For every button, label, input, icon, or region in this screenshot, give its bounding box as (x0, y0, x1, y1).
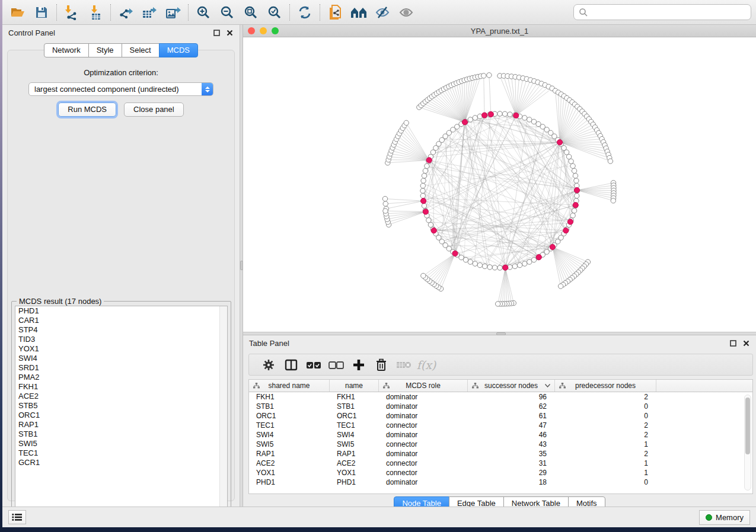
cell-successor-nodes[interactable]: 61 (468, 412, 555, 420)
graph-node-mcds[interactable] (488, 111, 493, 117)
graph-node[interactable] (575, 193, 579, 198)
zoom-fit-icon[interactable] (239, 2, 263, 23)
close-panel-icon[interactable] (742, 339, 750, 347)
graph-node-mcds[interactable] (573, 203, 578, 208)
graph-node[interactable] (421, 178, 426, 183)
table-row[interactable]: YOX1YOX1connector291 (249, 468, 752, 477)
graph-node[interactable] (611, 198, 615, 203)
graph-node-mcds[interactable] (426, 158, 432, 163)
table-row[interactable]: SWI4SWI4dominator462 (249, 430, 752, 440)
cell-shared-name[interactable]: ACE2 (249, 459, 330, 467)
cell-successor-nodes[interactable]: 47 (468, 421, 555, 430)
graph-node-mcds[interactable] (557, 140, 562, 145)
graph-node[interactable] (404, 120, 409, 125)
hide-selected-icon[interactable] (371, 2, 394, 23)
cell-MCDS-role[interactable]: connector (379, 440, 468, 448)
graph-node-mcds[interactable] (462, 120, 467, 125)
network-titlebar[interactable]: YPA_prune.txt_1 (243, 25, 756, 37)
cell-predecessor-nodes[interactable]: 2 (555, 450, 656, 458)
import-table-icon[interactable] (84, 2, 107, 23)
graph-node[interactable] (495, 302, 500, 306)
graph-node[interactable] (522, 116, 527, 120)
close-panel-icon[interactable] (226, 29, 234, 37)
network-canvas[interactable] (243, 37, 756, 332)
graph-node[interactable] (422, 203, 426, 208)
cell-MCDS-role[interactable]: dominator (379, 450, 468, 458)
graph-node[interactable] (566, 154, 571, 159)
graph-node-mcds[interactable] (452, 251, 458, 256)
graph-node[interactable] (512, 264, 517, 268)
tab-network[interactable]: Network (44, 43, 89, 57)
column-header-name[interactable]: name (330, 380, 379, 392)
cell-predecessor-nodes[interactable]: 0 (555, 412, 656, 420)
cell-name[interactable]: STB1 (330, 402, 379, 411)
column-layout-icon[interactable] (280, 356, 302, 374)
graph-node[interactable] (473, 261, 477, 266)
graph-node[interactable] (522, 261, 527, 266)
cell-successor-nodes[interactable]: 43 (468, 440, 555, 448)
cell-shared-name[interactable]: FKH1 (249, 393, 330, 401)
graph-node[interactable] (420, 183, 425, 188)
cell-MCDS-role[interactable]: dominator (379, 393, 468, 401)
graph-node[interactable] (508, 112, 512, 117)
graph-node[interactable] (531, 257, 536, 262)
mcds-result-item[interactable]: SRD1 (15, 363, 227, 373)
cell-successor-nodes[interactable]: 18 (468, 478, 555, 486)
graph-node[interactable] (383, 201, 388, 206)
memory-button[interactable]: Memory (699, 510, 750, 525)
column-header-successor-nodes[interactable]: successor nodes (468, 380, 555, 392)
column-header-shared-name[interactable]: shared name (249, 380, 330, 392)
export-network-file-icon[interactable] (323, 2, 347, 23)
table-settings-icon[interactable] (257, 356, 280, 374)
graph-node[interactable] (570, 213, 575, 218)
cell-MCDS-role[interactable]: connector (379, 459, 468, 467)
cell-name[interactable]: RAP1 (330, 450, 379, 458)
mcds-result-item[interactable]: CAR1 (15, 316, 227, 325)
cell-shared-name[interactable]: RAP1 (249, 450, 330, 458)
graph-node[interactable] (574, 178, 579, 183)
optimization-criterion-select[interactable]: largest connected component (undirected) (28, 82, 213, 96)
zoom-in-icon[interactable] (192, 2, 215, 23)
graph-node[interactable] (468, 259, 473, 264)
mcds-result-item[interactable]: PMA2 (15, 373, 227, 382)
cell-predecessor-nodes[interactable]: 2 (555, 421, 656, 430)
cell-MCDS-role[interactable]: dominator (379, 478, 468, 486)
table-row[interactable]: FKH1FKH1dominator962 (249, 392, 752, 402)
select-all-icon[interactable] (302, 356, 325, 374)
mcds-result-item[interactable]: SWI5 (15, 439, 227, 448)
graph-node[interactable] (473, 116, 477, 120)
run-mcds-button[interactable]: Run MCDS (58, 102, 116, 117)
mcds-result-item[interactable]: STP4 (15, 325, 227, 335)
graph-node[interactable] (558, 284, 563, 289)
graph-node[interactable] (573, 173, 578, 178)
mcds-result-item[interactable]: ORC1 (15, 411, 227, 420)
list-scrollbar[interactable] (219, 306, 227, 517)
apply-layout-icon[interactable] (293, 2, 317, 23)
cell-shared-name[interactable]: YOX1 (249, 469, 330, 477)
graph-node[interactable] (420, 188, 425, 193)
cell-MCDS-role[interactable]: dominator (379, 412, 468, 420)
graph-node[interactable] (527, 259, 532, 264)
graph-node[interactable] (527, 117, 532, 122)
graph-node[interactable] (423, 168, 428, 173)
graph-node-mcds[interactable] (423, 209, 428, 214)
export-table-icon[interactable] (138, 2, 161, 23)
graph-node[interactable] (492, 265, 497, 270)
graph-node[interactable] (497, 111, 502, 116)
cell-predecessor-nodes[interactable]: 2 (555, 393, 656, 401)
cell-name[interactable]: ORC1 (330, 412, 379, 420)
save-session-icon[interactable] (30, 2, 53, 23)
cell-predecessor-nodes[interactable]: 1 (555, 459, 656, 467)
float-panel-icon[interactable] (729, 339, 737, 347)
cell-predecessor-nodes[interactable]: 0 (555, 402, 656, 411)
graph-node-mcds[interactable] (503, 265, 508, 270)
function-builder-icon[interactable]: f(x) (415, 356, 438, 374)
graph-node[interactable] (477, 262, 482, 267)
cell-MCDS-role[interactable]: connector (379, 469, 468, 477)
graph-node[interactable] (382, 196, 387, 201)
cell-name[interactable]: TEC1 (330, 421, 379, 430)
table-row[interactable]: RAP1RAP1dominator352 (249, 449, 752, 459)
cell-shared-name[interactable]: SWI4 (249, 431, 330, 439)
close-panel-button[interactable]: Close panel (124, 102, 184, 117)
cell-successor-nodes[interactable]: 31 (468, 459, 555, 467)
